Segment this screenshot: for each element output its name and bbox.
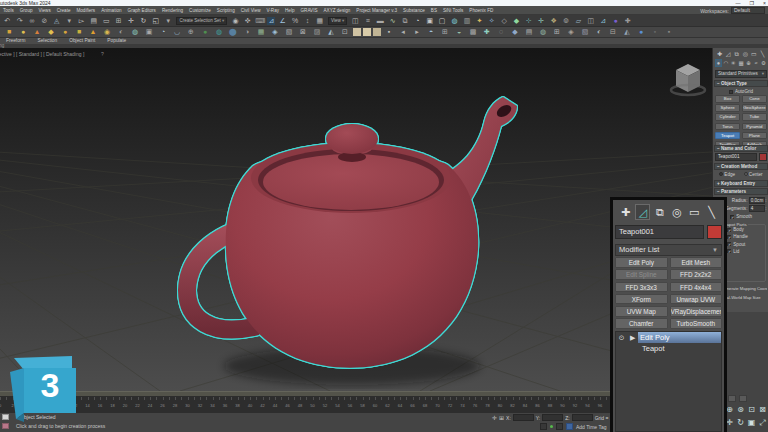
plugin-icon-44[interactable]: ◐ xyxy=(592,27,606,37)
toolbar-extra-icon-12[interactable]: ● xyxy=(609,16,621,26)
plugin-icon-37[interactable]: ◌ xyxy=(494,27,508,37)
fp-display-tab-icon[interactable]: ▭ xyxy=(687,204,702,220)
plugin-icon-30[interactable]: ◂ xyxy=(396,27,410,37)
material-editor-icon[interactable]: ◔ xyxy=(411,16,423,26)
menu-sini-tools[interactable]: SiNi Tools xyxy=(443,6,463,15)
y-coord-field[interactable] xyxy=(542,414,563,421)
fp-utilities-tab-icon[interactable]: ╲ xyxy=(704,204,719,220)
angle-snap-icon[interactable]: ∠ xyxy=(276,16,288,26)
move-icon[interactable]: ✛ xyxy=(125,16,137,26)
menu-v-ray[interactable]: V-Ray xyxy=(267,6,280,15)
primitive-teapot-button[interactable]: Teapot xyxy=(715,132,740,140)
x-coord-field[interactable] xyxy=(513,414,534,421)
zoom-all-icon[interactable]: ⊛ xyxy=(735,404,746,416)
zoom-extents-icon[interactable]: ⊡ xyxy=(746,404,757,416)
modifier-ffd-2x2x2-button[interactable]: FFD 2x2x2 xyxy=(670,269,723,280)
menu-graph-editors[interactable]: Graph Editors xyxy=(128,6,156,15)
orbit-icon[interactable]: ↻ xyxy=(735,417,746,429)
plugin-icon-2[interactable]: ● xyxy=(16,27,30,37)
use-center-icon[interactable]: ◉ xyxy=(229,16,241,26)
keyboard-toggle-icon[interactable] xyxy=(540,423,547,430)
plugin-icon-15[interactable]: ● xyxy=(198,27,212,37)
plugin-icon-35[interactable]: ▩ xyxy=(466,27,480,37)
menu-animation[interactable]: Animation xyxy=(101,6,121,15)
modifier-edit-mesh-button[interactable]: Edit Mesh xyxy=(670,257,723,268)
plugin-icon-40[interactable]: ◍ xyxy=(536,27,550,37)
menu-tools[interactable]: Tools xyxy=(3,6,14,15)
toolbar-extra-icon-7[interactable]: ❖ xyxy=(547,16,559,26)
expand-arrow-icon[interactable]: ▶ xyxy=(630,334,635,342)
plugin-icon-27[interactable] xyxy=(363,28,371,36)
plugin-icon-9[interactable]: ◐ xyxy=(114,27,128,37)
menu-substance[interactable]: Substance xyxy=(403,6,425,15)
plugin-icon-5[interactable]: ● xyxy=(58,27,72,37)
select-object-icon[interactable]: ▻ xyxy=(75,16,87,26)
primitive-cone-button[interactable]: Cone xyxy=(742,95,767,103)
plugin-icon-17[interactable]: ⬤ xyxy=(226,27,240,37)
time-tag-icon[interactable] xyxy=(566,423,573,430)
plugin-icon-46[interactable]: ◭ xyxy=(620,27,634,37)
rect-region-icon[interactable]: ▭ xyxy=(100,16,112,26)
plugin-icon-18[interactable]: ◑ xyxy=(240,27,254,37)
rendered-frame-icon[interactable]: ▢ xyxy=(436,16,448,26)
modifier-vraydisplacement-button[interactable]: VRayDisplacement xyxy=(670,306,723,317)
transform-gizmo-icon[interactable]: ✛ xyxy=(492,414,497,421)
plugin-icon-13[interactable]: ◡ xyxy=(170,27,184,37)
workspaces-dropdown[interactable]: Default xyxy=(731,7,765,14)
plugin-icon-21[interactable]: ▧ xyxy=(282,27,296,37)
name-color-rollout[interactable]: − Name and Color xyxy=(714,145,768,152)
plugin-icon-36[interactable]: ✚ xyxy=(480,27,494,37)
visibility-eye-icon[interactable]: ⊙ xyxy=(619,334,625,342)
spout-checkbox[interactable]: ✓ Spout xyxy=(727,242,765,247)
primitive-box-button[interactable]: Box xyxy=(715,95,740,103)
primitives-dropdown[interactable]: Standard Primitives▾ xyxy=(715,70,767,78)
utilities-tab-icon[interactable]: ╲ xyxy=(759,49,766,58)
menu-views[interactable]: Views xyxy=(39,6,51,15)
undo-icon[interactable]: ↶ xyxy=(1,16,13,26)
rotate-icon[interactable]: ↻ xyxy=(137,16,149,26)
menu-rendering[interactable]: Rendering xyxy=(162,6,183,15)
plugin-icon-24[interactable]: ◭ xyxy=(324,27,338,37)
plugin-icon-47[interactable]: ● xyxy=(634,27,648,37)
ref-coord-icon[interactable]: ▾ xyxy=(162,16,174,26)
perspective-viewport[interactable]: [ + ] [ Perspective ] [ Standard ] [ Def… xyxy=(0,48,712,391)
object-color-swatch[interactable] xyxy=(759,153,767,161)
plugin-icon-29[interactable]: ▪ xyxy=(382,27,396,37)
plugin-icon-48[interactable]: ◦ xyxy=(648,27,662,37)
menu-civil-view[interactable]: Civil View xyxy=(241,6,261,15)
auto-key-button[interactable] xyxy=(739,395,747,402)
percent-snap-icon[interactable]: % xyxy=(289,16,301,26)
plugin-icon-31[interactable]: ▸ xyxy=(410,27,424,37)
menu-customize[interactable]: Customize xyxy=(189,6,211,15)
plugin-icon-45[interactable]: ⊟ xyxy=(606,27,620,37)
edit-named-sets-icon[interactable]: ▦ xyxy=(314,16,326,26)
redo-icon[interactable]: ↷ xyxy=(13,16,25,26)
stack-item-edit-poly[interactable]: ⊙▶ Edit Poly xyxy=(616,332,721,343)
fp-modify-tab-icon[interactable]: ◿ xyxy=(635,204,650,220)
primitive-pyramid-button[interactable]: Pyramid xyxy=(742,123,767,131)
plugin-icon-43[interactable]: ▧ xyxy=(578,27,592,37)
object-type-rollout[interactable]: − Object Type xyxy=(714,80,768,87)
modifier-xform-button[interactable]: XForm xyxy=(615,294,668,305)
plugin-icon-49[interactable]: ▪ xyxy=(662,27,676,37)
handle-checkbox[interactable]: ✓ Handle xyxy=(727,234,765,239)
plugin-icon-14[interactable]: ⊕ xyxy=(184,27,198,37)
select-by-name-icon[interactable]: ▤ xyxy=(88,16,100,26)
spinner-snap-icon[interactable]: ↕ xyxy=(301,16,313,26)
ref-coord-combo[interactable]: View ▾ xyxy=(328,17,347,25)
hierarchy-tab-icon[interactable]: ⧉ xyxy=(733,49,740,58)
plugin-icon-34[interactable]: ◒ xyxy=(452,27,466,37)
object-name-field[interactable]: Teapot001 xyxy=(715,153,757,161)
center-radio[interactable]: Center xyxy=(744,172,763,177)
absolute-mode-icon[interactable]: ⊞ xyxy=(499,414,504,421)
plugin-icon-10[interactable]: ◍ xyxy=(128,27,142,37)
menu-group[interactable]: Group xyxy=(20,6,33,15)
render-setup-icon[interactable]: ▣ xyxy=(424,16,436,26)
toolbar-extra-icon-5[interactable]: ⊹ xyxy=(523,16,535,26)
menu-project-manager-v-3[interactable]: Project Manager v.3 xyxy=(356,6,397,15)
named-selection-combo[interactable]: Create Selection Set ▾ xyxy=(176,17,227,25)
toolbar-extra-icon-3[interactable]: ◇ xyxy=(498,16,510,26)
curve-editor-icon[interactable]: ∿ xyxy=(386,16,398,26)
plugin-icon-38[interactable]: ◆ xyxy=(508,27,522,37)
plugin-icon-28[interactable] xyxy=(373,28,381,36)
